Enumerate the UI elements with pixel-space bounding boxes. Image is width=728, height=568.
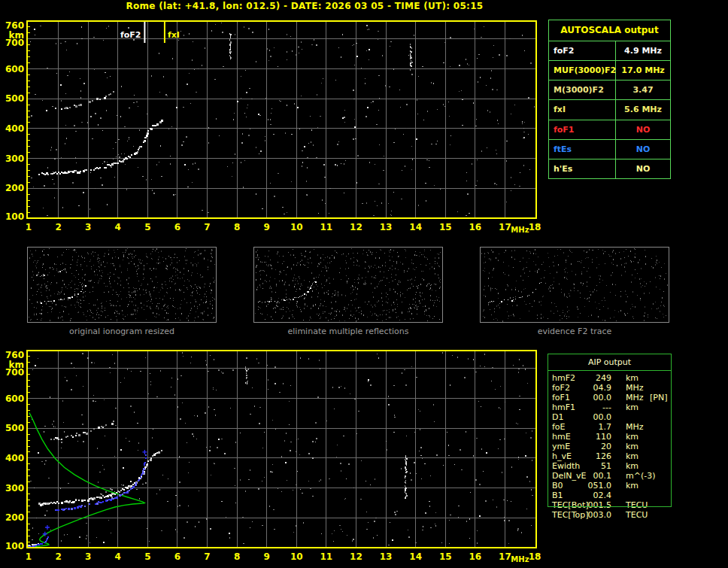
aip-output-table: AIP output hmF2249kmfoF204.9MHzfoF100.0M… xyxy=(548,354,672,524)
panel-border xyxy=(27,247,216,322)
aip-table-row: foF204.9MHz xyxy=(548,383,672,393)
blue-plus-marker xyxy=(142,450,147,454)
aip-unit: km xyxy=(626,461,639,471)
x-axis-tick-label: 5 xyxy=(144,222,150,232)
processing-panel-2 xyxy=(253,247,442,322)
aip-table-row: B102.4 xyxy=(548,491,672,500)
x-axis-tick-label: 14 xyxy=(409,222,422,232)
x-axis-tick-label: 18 xyxy=(529,222,541,232)
y-axis-tick-label: 200 xyxy=(5,183,24,193)
x-axis-tick-label: 3 xyxy=(85,222,91,232)
y-axis-tick-label: 700 xyxy=(5,38,24,48)
aip-table-row: h_vE126km xyxy=(548,451,672,461)
autoscala-table-row: fxI5.6 MHz xyxy=(549,100,670,120)
x-axis-tick-label: 18 xyxy=(529,551,541,562)
x-axis-tick-label: 13 xyxy=(380,551,393,562)
aip-table-row: TEC[Bot]001.5TECU xyxy=(548,500,672,510)
aip-value: 00.0 xyxy=(578,412,611,422)
x-axis-tick-label: 2 xyxy=(55,222,61,232)
processing-panel-3 xyxy=(480,247,669,322)
aip-unit: km xyxy=(626,373,639,383)
y-axis-tick-label: 760 xyxy=(5,350,24,360)
y-axis-tick-label: 100 xyxy=(5,211,24,222)
x-axis-tick-label: 13 xyxy=(380,222,393,232)
parameter-value: 4.9 MHz xyxy=(616,41,670,60)
parameter-label: ftEs xyxy=(549,140,616,159)
aip-label: ymE xyxy=(552,442,570,451)
aip-table-row: foE1.7MHz xyxy=(548,422,672,432)
processing-panel-1 xyxy=(27,247,216,322)
x-axis-tick-label: 17 xyxy=(499,551,511,562)
aip-table-row: foF100.0MHz[PN] xyxy=(548,393,672,402)
x-axis-tick-label: 12 xyxy=(350,222,362,232)
x-axis-tick-label: 4 xyxy=(115,222,121,232)
aip-table-row: ymE20km xyxy=(548,442,672,451)
fxI-marker-label: fxI xyxy=(168,30,180,40)
x-axis-tick-label: 9 xyxy=(264,551,270,562)
aip-table-header: AIP output xyxy=(548,354,672,371)
aip-table-row: hmE110km xyxy=(548,432,672,442)
y-axis-tick-label: 760 xyxy=(5,20,24,31)
parameter-label: foF1 xyxy=(549,120,616,139)
x-axis-tick-label: 15 xyxy=(439,222,452,232)
parameter-label: fxI xyxy=(549,100,616,119)
x-axis-tick-label: 2 xyxy=(55,551,61,562)
autoscala-table-row: h'EsNO xyxy=(549,159,670,178)
panel-border xyxy=(253,247,442,322)
panel-caption-original: original ionogram resized xyxy=(27,327,217,336)
page-title: Rome (lat: +41.8, lon: 012.5) - DATE: 20… xyxy=(38,1,572,11)
aip-unit: km xyxy=(626,481,639,491)
x-axis-unit-label: MHz xyxy=(511,226,529,234)
aip-table-row: hmF2249km xyxy=(548,373,672,383)
aip-table-row: B0051.0km xyxy=(548,481,672,491)
x-axis-tick-label: 6 xyxy=(174,222,180,232)
bottom-ionogram-plot: 760km70060050040030020010012345678910111… xyxy=(5,350,541,563)
aip-table-row: DelN_vE00.1m^(-3) xyxy=(548,471,672,481)
aip-unit: MHz xyxy=(626,422,644,432)
blue-plus-marker xyxy=(45,525,50,530)
autoscala-table-row: ftEsNO xyxy=(549,140,670,159)
parameter-value: 5.6 MHz xyxy=(616,100,670,119)
aip-label: B0 xyxy=(552,481,563,491)
aip-table-row: Ewidth51km xyxy=(548,461,672,471)
aip-value: 51 xyxy=(578,461,611,471)
aip-unit: MHz xyxy=(626,383,644,393)
x-axis-tick-label: 3 xyxy=(85,551,91,562)
aip-table-row: TEC[Top]003.0TECU xyxy=(548,510,672,520)
y-axis-tick-label: 400 xyxy=(5,453,24,463)
y-axis-tick-label: 100 xyxy=(5,541,24,551)
parameter-value: NO xyxy=(616,140,670,159)
aip-label: hmE xyxy=(552,432,571,442)
x-axis-tick-label: 17 xyxy=(499,222,511,232)
aip-table-row: D100.0 xyxy=(548,412,672,422)
y-axis-tick-label: 200 xyxy=(5,512,24,523)
x-axis-tick-label: 14 xyxy=(409,551,422,562)
y-axis-tick-label: 700 xyxy=(5,367,24,378)
aip-value: 003.0 xyxy=(578,510,611,520)
aip-value: 00.0 xyxy=(578,393,611,402)
y-axis-tick-label: 600 xyxy=(5,393,24,404)
foF2-marker-label: foF2 xyxy=(120,30,141,40)
autoscala-table-row: foF24.9 MHz xyxy=(549,41,670,61)
parameter-label: h'Es xyxy=(549,159,616,178)
aip-value: 1.7 xyxy=(578,422,611,432)
aip-value: 051.0 xyxy=(578,481,611,491)
y-axis-tick-label: 600 xyxy=(5,64,24,74)
aip-unit: km xyxy=(626,442,639,451)
y-axis-tick-label: 500 xyxy=(5,93,24,104)
aip-label: B1 xyxy=(552,491,563,500)
aip-value: 20 xyxy=(578,442,611,451)
y-axis-tick-label: 300 xyxy=(5,483,24,494)
aip-label: foF2 xyxy=(552,383,570,393)
aip-value: 249 xyxy=(578,373,611,383)
aip-unit: TECU xyxy=(626,500,648,510)
aip-value: 00.1 xyxy=(578,471,611,481)
x-axis-tick-label: 6 xyxy=(174,551,180,562)
x-axis-tick-label: 8 xyxy=(234,222,240,232)
aip-flag: [PN] xyxy=(650,393,667,402)
x-axis-tick-label: 8 xyxy=(234,551,240,562)
autoscala-screen: foF2fxI760km7006005004003002001001234567… xyxy=(0,0,728,568)
y-axis-tick-label: 400 xyxy=(5,123,24,134)
x-axis-tick-label: 7 xyxy=(204,551,210,562)
x-axis-tick-label: 11 xyxy=(320,222,333,232)
